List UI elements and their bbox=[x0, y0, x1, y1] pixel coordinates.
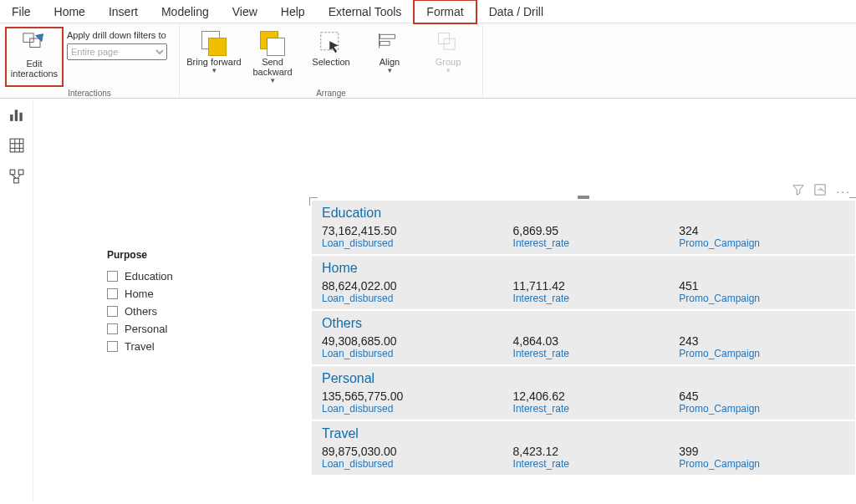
card-label: Promo_Campaign bbox=[679, 348, 845, 359]
card-col: 73,162,415.50Loan_disbursed bbox=[322, 224, 513, 249]
send-backward-button[interactable]: Send backward ▾ bbox=[243, 27, 302, 87]
card-title: Personal bbox=[322, 369, 845, 389]
card-row: 49,308,685.00Loan_disbursed4,864.03Inter… bbox=[322, 334, 845, 359]
menu-view[interactable]: View bbox=[221, 1, 269, 23]
menu-data-drill[interactable]: Data / Drill bbox=[477, 1, 555, 23]
slicer-item[interactable]: Others bbox=[107, 303, 249, 320]
card-col: 324Promo_Campaign bbox=[679, 224, 845, 249]
svg-rect-18 bbox=[13, 178, 18, 183]
card[interactable]: Home88,624,022.00Loan_disbursed11,711.42… bbox=[312, 254, 855, 309]
selection-handle[interactable] bbox=[849, 197, 856, 206]
card-col: 11,711.42Interest_rate bbox=[513, 279, 680, 304]
slicer-item-label: Travel bbox=[125, 340, 155, 353]
card-row: 88,624,022.00Loan_disbursed11,711.42Inte… bbox=[322, 279, 845, 304]
card-value: 8,423.12 bbox=[513, 445, 680, 458]
slicer-item[interactable]: Home bbox=[107, 285, 249, 303]
menu-file[interactable]: File bbox=[0, 1, 43, 23]
card-col: 451Promo_Campaign bbox=[679, 279, 845, 304]
checkbox-icon[interactable] bbox=[107, 271, 118, 282]
filter-icon[interactable] bbox=[792, 184, 804, 198]
card-label: Promo_Campaign bbox=[679, 237, 845, 249]
ribbon-group-arrange: Bring forward ▾ Send backward ▾ Selectio… bbox=[180, 23, 483, 98]
slicer-item-label: Others bbox=[125, 305, 157, 318]
menu-bar: File Home Insert Modeling View Help Exte… bbox=[0, 0, 856, 23]
chevron-down-icon: ▾ bbox=[446, 67, 451, 75]
report-view-icon[interactable] bbox=[9, 107, 24, 125]
report-canvas[interactable]: Purpose Education Home Others Personal T… bbox=[40, 99, 856, 504]
card-label: Interest_rate bbox=[513, 293, 680, 304]
drill-filters-select[interactable]: Entire page bbox=[67, 43, 167, 60]
card-label: Loan_disbursed bbox=[322, 403, 513, 415]
align-button[interactable]: Align ▾ bbox=[360, 27, 419, 87]
focus-mode-icon[interactable] bbox=[814, 184, 826, 198]
menu-format[interactable]: Format bbox=[413, 0, 476, 24]
menu-home[interactable]: Home bbox=[43, 1, 97, 23]
svg-line-20 bbox=[18, 175, 20, 179]
card-value: 451 bbox=[679, 279, 845, 293]
checkbox-icon[interactable] bbox=[107, 288, 118, 299]
view-switcher bbox=[0, 100, 33, 501]
model-view-icon[interactable] bbox=[9, 169, 24, 186]
slicer-item[interactable]: Travel bbox=[107, 338, 249, 355]
svg-rect-10 bbox=[19, 113, 22, 121]
slicer-item-label: Home bbox=[125, 288, 154, 300]
card-title: Others bbox=[322, 314, 845, 334]
slicer-item[interactable]: Education bbox=[107, 267, 249, 285]
card-value: 6,869.95 bbox=[513, 224, 680, 237]
selection-label: Selection bbox=[312, 57, 349, 67]
card-col: 645Promo_Campaign bbox=[679, 389, 845, 415]
edit-interactions-icon bbox=[19, 30, 49, 59]
card-title: Travel bbox=[322, 425, 845, 445]
more-options-icon[interactable]: ··· bbox=[836, 185, 851, 198]
svg-rect-17 bbox=[18, 170, 23, 175]
chevron-down-icon: ▾ bbox=[212, 67, 217, 75]
card-value: 11,711.42 bbox=[513, 279, 680, 293]
card-col: 12,406.62Interest_rate bbox=[513, 389, 680, 415]
card-label: Loan_disbursed bbox=[322, 237, 513, 249]
svg-rect-16 bbox=[10, 170, 15, 175]
card-label: Interest_rate bbox=[513, 403, 680, 415]
card-label: Interest_rate bbox=[513, 458, 680, 470]
bring-forward-button[interactable]: Bring forward ▾ bbox=[185, 27, 243, 87]
group-button[interactable]: Group ▾ bbox=[419, 27, 477, 87]
card[interactable]: Others49,308,685.00Loan_disbursed4,864.0… bbox=[312, 309, 855, 364]
svg-rect-9 bbox=[14, 109, 17, 121]
card-col: 88,624,022.00Loan_disbursed bbox=[322, 279, 513, 304]
card[interactable]: Education73,162,415.50Loan_disbursed6,86… bbox=[312, 201, 855, 254]
menu-insert[interactable]: Insert bbox=[97, 1, 150, 23]
menu-external-tools[interactable]: External Tools bbox=[317, 1, 414, 23]
card-row: 89,875,030.00Loan_disbursed8,423.12Inter… bbox=[322, 445, 845, 470]
svg-rect-1 bbox=[30, 38, 40, 48]
group-icon bbox=[433, 28, 463, 57]
checkbox-icon[interactable] bbox=[107, 341, 118, 352]
card[interactable]: Personal135,565,775.00Loan_disbursed12,4… bbox=[312, 364, 855, 420]
edit-interactions-button[interactable]: Edit interactions bbox=[5, 27, 64, 87]
card-label: Loan_disbursed bbox=[322, 458, 513, 470]
data-view-icon[interactable] bbox=[9, 138, 24, 155]
drill-filters-area: Apply drill down filters to Entire page bbox=[64, 27, 174, 60]
slicer-title: Purpose bbox=[107, 249, 249, 261]
menu-help[interactable]: Help bbox=[269, 1, 317, 23]
selection-handle[interactable] bbox=[309, 197, 318, 206]
card-value: 324 bbox=[679, 224, 845, 237]
menu-modeling[interactable]: Modeling bbox=[150, 1, 221, 23]
selection-button[interactable]: Selection bbox=[302, 27, 360, 87]
card-col: 6,869.95Interest_rate bbox=[513, 224, 680, 249]
multirow-card-visual[interactable]: ··· Education73,162,415.50Loan_disbursed… bbox=[311, 182, 856, 476]
slicer-item[interactable]: Personal bbox=[107, 320, 249, 338]
checkbox-icon[interactable] bbox=[107, 306, 118, 317]
card-value: 645 bbox=[679, 389, 845, 403]
slicer-item-label: Education bbox=[125, 270, 173, 283]
card-title: Home bbox=[322, 259, 845, 279]
svg-rect-3 bbox=[380, 34, 395, 38]
selection-handle[interactable] bbox=[578, 196, 589, 199]
checkbox-icon[interactable] bbox=[107, 323, 118, 334]
ribbon: Edit interactions Apply drill down filte… bbox=[0, 23, 856, 99]
svg-line-19 bbox=[12, 175, 16, 179]
chevron-down-icon: ▾ bbox=[271, 77, 275, 85]
card[interactable]: Travel89,875,030.00Loan_disbursed8,423.1… bbox=[312, 420, 855, 475]
purpose-slicer[interactable]: Purpose Education Home Others Personal T… bbox=[107, 249, 249, 355]
cards-container: Education73,162,415.50Loan_disbursed6,86… bbox=[311, 200, 856, 476]
card-value: 243 bbox=[679, 334, 845, 348]
card-value: 4,864.03 bbox=[513, 334, 680, 348]
